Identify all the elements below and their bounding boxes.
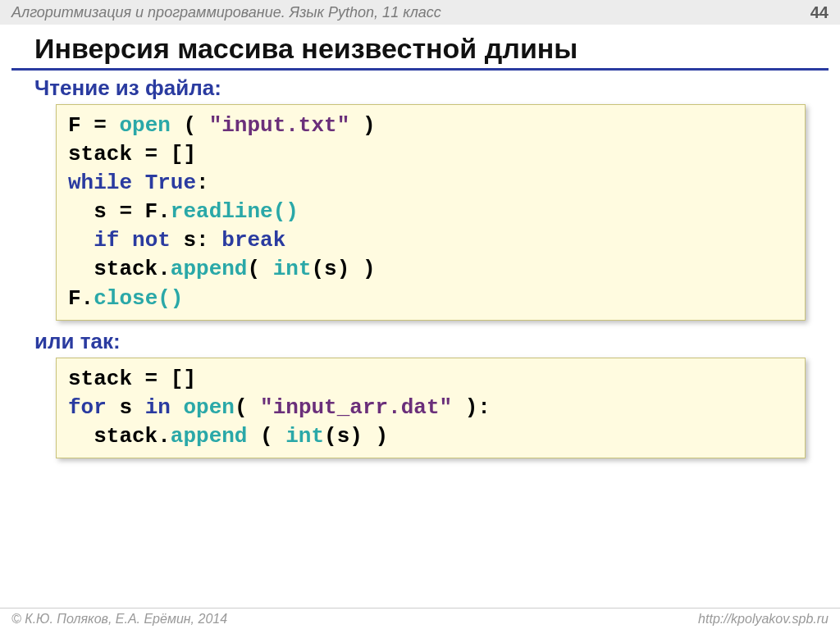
code-text: F = xyxy=(68,113,119,138)
code-text: s = F. xyxy=(68,199,171,224)
kw-for: for xyxy=(68,395,107,420)
code-text xyxy=(171,395,184,420)
code-text: ( xyxy=(247,257,272,281)
content: Чтение из файла: F = open ( "input.txt" … xyxy=(0,75,840,458)
kw-break: break xyxy=(221,228,285,253)
code-text: (s) ) xyxy=(311,257,375,281)
page-number: 44 xyxy=(810,3,829,22)
course-label: Алгоритмизация и программирование. Язык … xyxy=(11,4,441,21)
code-text: stack = [] xyxy=(68,367,196,391)
code-text xyxy=(119,228,132,253)
code-text: ( xyxy=(247,424,285,449)
code-text: stack. xyxy=(68,424,171,449)
code-text: s xyxy=(107,395,145,420)
kw-int: int xyxy=(273,257,312,281)
code-text xyxy=(132,171,145,195)
header-bar: Алгоритмизация и программирование. Язык … xyxy=(0,0,840,25)
string-literal: "input.txt" xyxy=(209,113,350,138)
kw-not: not xyxy=(132,228,171,253)
code-block-1: F = open ( "input.txt" ) stack = [] whil… xyxy=(56,104,806,321)
kw-true: True xyxy=(145,171,196,195)
section2-heading: или так: xyxy=(34,329,806,354)
code-text: : xyxy=(196,171,209,195)
code-text: ( xyxy=(171,113,209,138)
code-text: ) xyxy=(349,113,375,138)
slide-title: Инверсия массива неизвестной длины xyxy=(11,26,829,71)
kw-open: open xyxy=(183,395,234,420)
code-text: stack. xyxy=(68,257,171,281)
kw-in: in xyxy=(145,395,171,420)
slide: Алгоритмизация и программирование. Язык … xyxy=(0,0,840,629)
code-text: stack = [] xyxy=(68,142,196,166)
code-block-2: stack = [] for s in open( "input_arr.dat… xyxy=(56,358,806,458)
code-text xyxy=(68,228,94,253)
kw-append: append xyxy=(171,257,248,281)
code-text: s: xyxy=(171,228,221,253)
kw-open: open xyxy=(119,113,170,138)
string-literal: "input_arr.dat" xyxy=(260,395,452,420)
kw-append: append xyxy=(171,424,248,449)
section1-heading: Чтение из файла: xyxy=(34,75,806,101)
code-text: F. xyxy=(68,286,94,311)
kw-readline: readline() xyxy=(171,199,299,224)
kw-while: while xyxy=(68,171,132,195)
kw-int: int xyxy=(285,424,324,449)
kw-close: close() xyxy=(94,286,183,311)
kw-if: if xyxy=(94,228,119,253)
footer: © К.Ю. Поляков, Е.А. Ерёмин, 2014 http:/… xyxy=(0,608,840,629)
code-text: ( xyxy=(235,395,260,420)
copyright: © К.Ю. Поляков, Е.А. Ерёмин, 2014 xyxy=(11,612,227,627)
footer-link: http://kpolyakov.spb.ru xyxy=(698,612,829,627)
code-text: (s) ) xyxy=(324,424,388,449)
code-text: ): xyxy=(452,395,491,420)
